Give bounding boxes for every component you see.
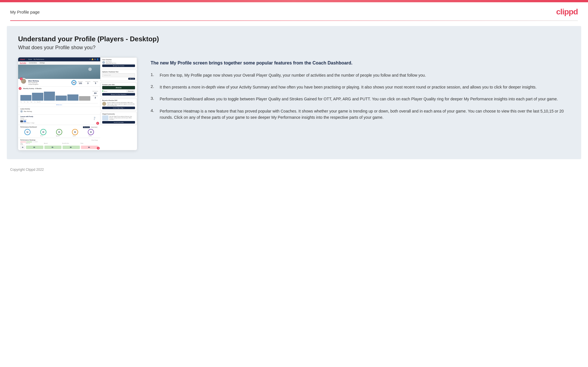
mock-practice-box: Record a Practice Drill Use the Clippd C… xyxy=(100,98,137,111)
mock-on-course: On Course 24 xyxy=(93,90,98,94)
content-title: Understand your Profile (Players - Deskt… xyxy=(18,35,570,43)
mock-off-course: Off Course 3 xyxy=(93,95,98,99)
mock-trackman-title: Upload a Trackman Test xyxy=(102,71,135,73)
mock-lesson-info: Lesson with Fondy Lesson 01h 30 mins gol… xyxy=(20,116,91,124)
mock-perf-toggle-sg: Strokes Gained xyxy=(90,126,98,128)
bell-icon: 🔔 xyxy=(91,58,93,60)
mock-activity-section: 2 Monthly Activity - 6 Months xyxy=(18,87,100,107)
mock-topbar-icons: ⌕ 🔔 ⚙ 👤 xyxy=(89,58,99,60)
mock-lesson-section: Lesson with Fondy Lesson 01h 30 mins gol… xyxy=(18,115,100,125)
mock-profile-info: Blair McHarg Plus Handicap United Kingdo… xyxy=(28,80,68,85)
mock-trackman-placeholder: Trackman Link xyxy=(103,74,111,76)
mock-coaches-title: Your Coaches xyxy=(102,59,135,61)
mock-activities-stat: Activities 131 xyxy=(78,81,83,84)
mock-heatmap-cell-overall: 92 xyxy=(20,146,25,149)
mock-nav-performance: My Performance xyxy=(34,59,44,60)
mock-chart-label-1: Feb xyxy=(20,102,22,103)
right-column: The new My Profile screen brings togethe… xyxy=(151,57,570,126)
mock-heatmap-cell-putt: 96 ↑↓ xyxy=(81,146,98,149)
mock-ring-label-ott: Off Tee xyxy=(40,135,43,137)
mock-community-title: Clippd Community xyxy=(102,113,135,115)
mock-badge-2: 2 xyxy=(19,87,22,90)
mock-ring-arg: 86 xyxy=(72,129,78,135)
mock-chart-label-3: Apr xyxy=(27,102,29,103)
mock-heatmap-cell-ott: 90 ↑↓ xyxy=(26,146,43,149)
user-icon: 👤 xyxy=(97,58,99,60)
mock-trackman-add-btn[interactable]: Add Link xyxy=(128,78,135,80)
mock-top-nav: Home My Performance xyxy=(28,59,44,60)
mock-community-btn[interactable]: Launch Community xyxy=(102,121,135,124)
mock-lesson-tag-2: drill xyxy=(23,120,26,122)
mock-connect-box: Connect your data Arccos Arccos Disconne… xyxy=(100,82,137,97)
mock-arccos-label: Arccos xyxy=(102,86,135,89)
mock-activities-label: Activities xyxy=(78,81,83,82)
mock-heatmap-round-change: 5 Round Change: xyxy=(91,140,98,141)
mock-coach-club: Balmaddie Golf Club xyxy=(106,62,116,64)
mock-ring-ott: 90 xyxy=(40,129,46,135)
settings-icon: ⚙ xyxy=(94,58,96,60)
mock-lesson-videos: Videos and Videos: 1 image xyxy=(20,122,91,124)
mock-heatmap-section: Performance Heatmap 5 Round Change: 1 5 … xyxy=(18,138,100,150)
mock-heatmap-rounds-selector: 1 xyxy=(33,141,33,143)
mock-followers-label: Followers xyxy=(85,81,90,82)
mock-performance-dashboard: Performance Dashboard Player Quality Str… xyxy=(18,125,100,138)
mock-chart-label-4: May xyxy=(31,102,32,103)
mock-subnav-settings: Settings xyxy=(40,62,45,64)
mock-on-course-value: 24 xyxy=(93,92,98,94)
mock-lesson-tag-1: golf xyxy=(20,120,23,122)
mock-following-stat: Following 5 xyxy=(93,81,98,84)
list-text-4: Performance Heatmap is a new feature tha… xyxy=(160,108,570,121)
mock-activity-text-1: Blair McHarg xyxy=(24,111,32,112)
svg-point-0 xyxy=(94,119,95,120)
mock-practice-avatar xyxy=(102,102,106,106)
mock-practice-text: Use the Clippd Community and practice dr… xyxy=(107,102,135,106)
mock-on-off-stats: On Course 24 Off Course 3 xyxy=(93,90,98,99)
search-icon: ⌕ xyxy=(89,58,91,60)
mock-heatmap-round-20: 20 xyxy=(37,141,37,143)
mock-heatmap-round-10: 10 xyxy=(35,141,36,143)
mock-coach-row: Dan Davies Balmaddie Golf Club xyxy=(102,61,135,64)
svg-point-2 xyxy=(94,117,96,118)
mock-trackman-input[interactable]: Trackman Link xyxy=(102,73,135,77)
mock-ring-app: 85 xyxy=(56,129,62,135)
mock-launch-app-btn[interactable]: Launch Capture App ↗ xyxy=(102,107,135,109)
header-divider xyxy=(10,20,578,21)
mock-chart-label-5: Jun xyxy=(34,102,36,103)
list-number-1: 1. xyxy=(151,72,156,77)
mock-nav-home: Home xyxy=(28,59,32,60)
mock-bar-chart xyxy=(20,90,90,101)
mock-manage-integrations-btn[interactable]: Manage Your Data Integrations xyxy=(102,93,135,96)
list-text-1: From the top, My Profile page now shows … xyxy=(160,72,426,78)
mock-latest-title: Latest Activity xyxy=(20,108,98,110)
list-item-2: 2. It then presents a more in-depth view… xyxy=(151,84,570,90)
mock-green-dot xyxy=(102,90,103,92)
mock-chart-label-6: Aug 2022 xyxy=(37,102,41,103)
mock-activity-icon-1 xyxy=(20,110,23,113)
mock-all-activities-link[interactable]: All Activities xyxy=(20,103,98,105)
mock-bar-3 xyxy=(44,92,55,101)
mock-bar-6 xyxy=(79,96,90,101)
mock-coach-info: Dan Davies Balmaddie Golf Club xyxy=(106,61,116,64)
mock-coach-avatar xyxy=(102,61,105,64)
mock-heatmap-header-putt: Putting xyxy=(81,143,98,145)
mock-location: United Kingdom xyxy=(28,83,68,85)
mock-manage-coaches-btn[interactable]: Manage Your Coaches xyxy=(102,64,135,67)
mock-perf-toggle: Player Quality Strokes Gained xyxy=(83,126,98,128)
mock-bar-4 xyxy=(55,96,67,101)
mock-perf-toggle-pq: Player Quality xyxy=(83,126,90,128)
list-item-3: 3. Performance Dashboard allows you to t… xyxy=(151,96,570,102)
mock-perf-title: Performance Dashboard xyxy=(20,126,37,128)
mock-right-sidebar: Your Coaches Dan Davies Balmaddie Golf C… xyxy=(100,57,137,150)
mock-performance-rings: 92 90 85 86 96 xyxy=(20,129,98,135)
mock-activity-title: Monthly Activity - 6 Months xyxy=(23,88,98,89)
mock-disconnect-btn[interactable]: Disconnect xyxy=(127,90,135,92)
mock-lesson-golf-icon xyxy=(92,116,97,121)
mock-logo: clippd xyxy=(20,59,25,60)
list-text-2: It then presents a more in-depth view of… xyxy=(160,84,536,90)
mock-heatmap-header-atg: Around the Green xyxy=(62,143,80,145)
mock-bar-5 xyxy=(67,94,78,101)
mock-subnav-connections: Connections xyxy=(29,62,37,64)
mock-followers-value: 3 xyxy=(85,82,90,84)
mock-coaches-box: Your Coaches Dan Davies Balmaddie Golf C… xyxy=(100,57,137,68)
mock-ring-labels: Off Tee Approach Around Putting xyxy=(20,135,98,137)
